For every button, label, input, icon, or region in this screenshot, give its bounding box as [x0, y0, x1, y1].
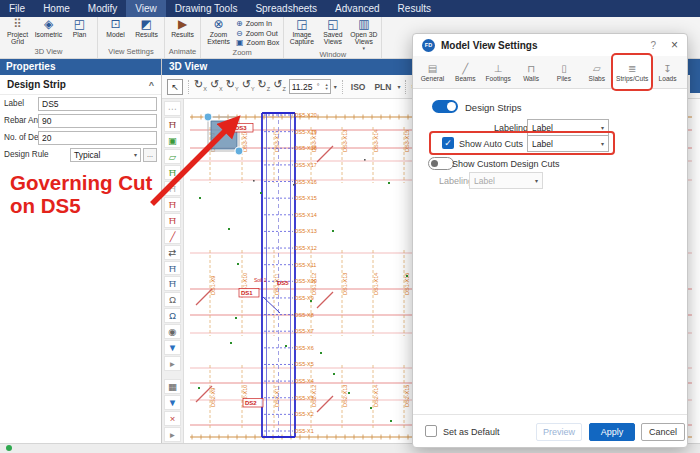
ribbon-button-results[interactable]: ▶Results: [167, 17, 198, 38]
filter-blue-icon[interactable]: ▼: [164, 395, 181, 410]
ribbon-button-saved-views[interactable]: ◱Saved Views: [317, 17, 348, 46]
strip-pin-icon[interactable]: Ħ: [164, 261, 181, 276]
ribbon-group-label: Animate: [167, 47, 198, 58]
set-as-default-checkbox[interactable]: [425, 425, 437, 437]
rotate-z-ccw[interactable]: ↺Z: [273, 76, 286, 97]
saved-views-icon: ◱: [327, 18, 338, 31]
ribbon-button-model[interactable]: ⊡Model: [100, 17, 131, 38]
lock-icon[interactable]: Ω: [164, 292, 181, 307]
filter-icon[interactable]: ▼: [164, 340, 181, 355]
dialog-tab-walls[interactable]: ⊓Walls: [515, 57, 548, 88]
help-icon[interactable]: ?: [650, 40, 656, 51]
svg-text:DS5-X12: DS5-X12: [295, 245, 317, 251]
ribbon-button-project-grid[interactable]: ⠿Project Grid: [2, 17, 33, 46]
close-icon[interactable]: ×: [671, 38, 678, 52]
property-input-rebar-angle-from-plan-[interactable]: [38, 114, 157, 128]
design-strip-icon[interactable]: Ħ: [164, 117, 181, 132]
ribbon-button-isometric[interactable]: ◈Isometric: [33, 17, 64, 38]
ribbon-tab-drawing-tools[interactable]: Drawing Tools: [166, 0, 247, 17]
dialog-title-bar[interactable]: FD Model View Settings ? ×: [413, 34, 687, 56]
custom-labeling-label: Labeling: [439, 176, 473, 186]
more-options-button[interactable]: ...: [143, 148, 157, 162]
dialog-tab-loads[interactable]: ↧Loads: [651, 57, 684, 88]
rotate-y-cw[interactable]: ↻Y: [226, 76, 239, 97]
property-row-rebar-angle-from-plan-: Rebar Angle from Plan...: [0, 112, 161, 129]
dialog-tab-beams[interactable]: ╱Beams: [449, 57, 482, 88]
ribbon-tab-modify[interactable]: Modify: [79, 0, 126, 17]
ribbon-tab-advanced[interactable]: Advanced: [326, 0, 388, 17]
svg-text:DS5-X19: DS5-X19: [295, 129, 317, 135]
svg-text:DS3: DS3: [235, 125, 247, 131]
dialog-tab-strips-cuts[interactable]: ≣Strips/Cuts: [613, 55, 651, 89]
table-icon[interactable]: ▦: [164, 379, 181, 394]
design-strips-toggle[interactable]: [432, 100, 458, 113]
strip-spacing-icon[interactable]: ⇄: [164, 245, 181, 260]
ribbon-tab-home[interactable]: Home: [34, 0, 79, 17]
ribbon-button-image-capture[interactable]: ◲Image Capture: [286, 17, 317, 46]
lock-view-icon[interactable]: Ω: [164, 308, 181, 323]
preview-button[interactable]: Preview: [536, 423, 582, 441]
pointer-icon[interactable]: ↖: [167, 79, 183, 95]
ribbon-group-3d-view: ⠿Project Grid◈Isometric◰Plan3D View: [0, 17, 98, 58]
ribbon-tab-results[interactable]: Results: [389, 0, 440, 17]
collapse-chevron-icon[interactable]: ^: [149, 80, 154, 90]
strip-slash-icon[interactable]: ╱: [164, 229, 181, 244]
svg-text:DS5-X16: DS5-X16: [295, 179, 317, 185]
dialog-tab-footings[interactable]: ⊥Footings: [482, 57, 515, 88]
cancel-button[interactable]: Cancel: [641, 423, 685, 441]
strip-anchor-icon[interactable]: Ħ: [164, 276, 181, 291]
rotate-x-cw[interactable]: ↻X: [194, 76, 207, 97]
axis-letter: X: [203, 86, 207, 92]
dialog-tab-general[interactable]: ▤General: [416, 57, 449, 88]
svg-text:DS2: DS2: [245, 400, 257, 406]
ribbon-button-zoom-box[interactable]: ▣Zoom Box: [236, 38, 279, 48]
property-input-no-of-design-cuts[interactable]: [38, 131, 157, 145]
apply-button[interactable]: Apply: [589, 423, 635, 441]
ribbon-button-plan[interactable]: ◰Plan: [64, 17, 95, 38]
rotate-y-ccw[interactable]: ↺Y: [242, 76, 255, 97]
rotate-z-cw[interactable]: ↻Z: [258, 76, 271, 97]
svg-text:DS5-X2: DS5-X2: [295, 411, 314, 417]
design-strip-section-header[interactable]: Design Strip ^: [0, 75, 161, 95]
property-input-label[interactable]: [38, 97, 157, 111]
rotate-x-ccw[interactable]: ↺X: [210, 76, 223, 97]
view-button-iso[interactable]: ISO: [348, 82, 369, 92]
ribbon-button-results[interactable]: ◩Results: [131, 17, 162, 38]
slabs-tab-icon: ▱: [593, 63, 601, 75]
auto-cuts-select[interactable]: Label ▾: [527, 135, 609, 152]
slab-region-icon[interactable]: ▣: [164, 133, 181, 148]
svg-text:DS1-X14: DS1-X14: [373, 273, 379, 295]
chevron-down-icon: ▾: [535, 177, 538, 184]
set-as-default-label: Set as Default: [443, 427, 500, 437]
chevron-down-icon[interactable]: ▾: [397, 83, 400, 90]
expand-more-icon[interactable]: ▸: [164, 427, 181, 442]
axis-letter: Y: [251, 86, 255, 92]
ribbon-tab-spreadsheets[interactable]: Spreadsheets: [246, 0, 326, 17]
slab-area-icon[interactable]: ▱: [164, 149, 181, 164]
ribbon-tab-view[interactable]: View: [126, 0, 166, 17]
visibility-icon[interactable]: ◉: [164, 324, 181, 339]
chevron-down-icon[interactable]: ▾: [334, 83, 337, 90]
dialog-tab-slabs[interactable]: ▱Slabs: [580, 57, 613, 88]
view-button-pln[interactable]: PLN: [371, 82, 394, 92]
angle-stepper[interactable]: ▴▾: [325, 83, 327, 91]
ribbon-button-zoom-extents[interactable]: ⊗Zoom Extents: [203, 17, 234, 46]
show-auto-cuts-checkbox[interactable]: ✓: [442, 137, 454, 149]
dialog-tab-piles[interactable]: ▯Piles: [548, 57, 581, 88]
ribbon-button-zoom-out[interactable]: ⊖Zoom Out: [236, 29, 279, 39]
ribbon-tab-file[interactable]: File: [0, 0, 34, 17]
ribbon-button-zoom-in[interactable]: ⊕Zoom In: [236, 19, 279, 29]
expand-icon[interactable]: ▸: [164, 356, 181, 371]
walls-tab-icon: ⊓: [527, 63, 535, 75]
angle-value-field[interactable]: [292, 82, 316, 92]
delete-icon[interactable]: ×: [164, 411, 181, 426]
svg-text:DS5-X13: DS5-X13: [295, 228, 317, 234]
rotation-angle-input[interactable]: °▴▾: [289, 79, 331, 94]
show-custom-design-cuts-toggle[interactable]: [428, 157, 454, 170]
grip-handle[interactable]: ⋯: [164, 101, 181, 116]
design-rule-select[interactable]: Typical▾: [70, 148, 141, 162]
ribbon-button-open-3d-views[interactable]: ▥Open 3D Views▾: [348, 17, 379, 50]
svg-text:DS5-X14: DS5-X14: [295, 212, 317, 218]
ribbon-tab-bar: FileHomeModifyViewDrawing ToolsSpreadshe…: [0, 0, 700, 17]
ribbon-group-label: Window: [286, 50, 379, 59]
